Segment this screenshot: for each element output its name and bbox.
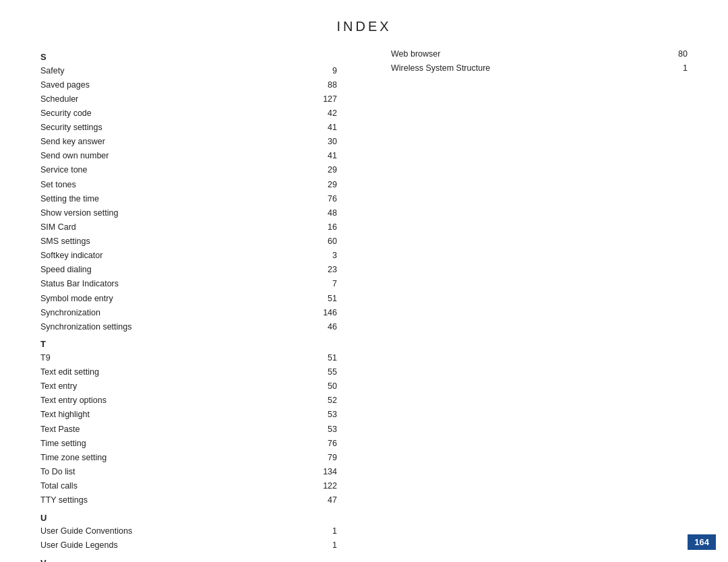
entry-name: Send own number — [40, 150, 303, 162]
entry-page: 76 — [303, 437, 337, 449]
column-1: Web browser80Wireless System Structure1 — [391, 46, 688, 562]
index-entry: Show version setting48 — [40, 206, 337, 220]
entry-name: Time setting — [40, 437, 303, 449]
section-letter-v: V — [40, 558, 337, 562]
entry-name: Wireless System Structure — [391, 62, 654, 74]
entry-name: Show version setting — [40, 207, 303, 219]
index-entry: Text highlight53 — [40, 408, 337, 422]
index-entry: Time setting76 — [40, 436, 337, 450]
entry-name: Safety — [40, 65, 303, 77]
entry-page: 7 — [303, 278, 337, 290]
entry-name: SMS settings — [40, 235, 303, 247]
index-entry: Security code42 — [40, 106, 337, 120]
index-entry: SIM Card16 — [40, 220, 337, 234]
index-entry: Text entry50 — [40, 379, 337, 394]
entry-name: Text entry — [40, 380, 303, 392]
index-entry: Text Paste53 — [40, 422, 337, 436]
entry-name: Text edit setting — [40, 366, 303, 378]
index-entry: Send key answer30 — [40, 135, 337, 149]
entry-page: 127 — [303, 93, 337, 105]
entry-page: 9 — [303, 65, 337, 77]
entry-page: 55 — [303, 366, 337, 378]
entry-name: Saved pages — [40, 79, 303, 91]
entry-name: To Do list — [40, 466, 303, 478]
entry-name: Service tone — [40, 164, 303, 176]
entry-page: 51 — [303, 292, 337, 305]
entry-page: 52 — [303, 394, 337, 406]
index-entry: To Do list134 — [40, 464, 337, 478]
entry-page: 46 — [303, 321, 337, 333]
entry-page: 29 — [303, 164, 337, 176]
index-entry: Synchronization settings46 — [40, 319, 337, 334]
index-entry: Status Bar Indicators7 — [40, 277, 337, 291]
entry-page: 146 — [303, 307, 337, 319]
entry-name: Time zone setting — [40, 451, 303, 464]
entry-page: 30 — [303, 135, 337, 148]
entry-name: Setting the time — [40, 193, 303, 205]
entry-name: Symbol mode entry — [40, 292, 303, 305]
entry-page: 3 — [303, 249, 337, 261]
page-title: INDEX — [0, 0, 728, 46]
entry-page: 1 — [303, 525, 337, 537]
entry-name: User Guide Conventions — [40, 525, 303, 537]
index-entry: Synchronization146 — [40, 305, 337, 319]
entry-name: Text highlight — [40, 408, 303, 420]
entry-page: 48 — [303, 207, 337, 219]
entry-page: 50 — [303, 380, 337, 392]
entry-name: SIM Card — [40, 221, 303, 233]
index-entry: Web browser80 — [391, 46, 688, 61]
entry-page: 88 — [303, 79, 337, 91]
section-letter-u: U — [40, 513, 337, 523]
index-entry: Saved pages88 — [40, 77, 337, 92]
entry-page: 41 — [303, 150, 337, 162]
entry-name: Security settings — [40, 121, 303, 133]
column-0: SSafety9Saved pages88Scheduler127Securit… — [40, 46, 337, 562]
entry-name: Status Bar Indicators — [40, 278, 303, 290]
index-entry: Total calls122 — [40, 479, 337, 493]
entry-name: Text entry options — [40, 394, 303, 406]
entry-page: 60 — [303, 235, 337, 247]
entry-name: Total calls — [40, 480, 303, 492]
entry-name: Softkey indicator — [40, 249, 303, 261]
entry-page: 122 — [303, 480, 337, 492]
index-entry: Text edit setting55 — [40, 365, 337, 379]
entry-name: Send key answer — [40, 135, 303, 148]
section-letter-s: S — [40, 52, 337, 62]
index-entry: Safety9 — [40, 63, 337, 77]
entry-page: 29 — [303, 179, 337, 191]
page-number-badge: 164 — [688, 534, 716, 550]
entry-page: 23 — [303, 263, 337, 276]
index-entry: Time zone setting79 — [40, 450, 337, 464]
index-entry: Speed dialing23 — [40, 263, 337, 277]
entry-page: 42 — [303, 107, 337, 119]
entry-page: 47 — [303, 494, 337, 506]
entry-name: Web browser — [391, 48, 654, 60]
entry-page: 41 — [303, 121, 337, 133]
entry-page: 80 — [654, 48, 688, 60]
index-entry: Service tone29 — [40, 163, 337, 177]
entry-page: 53 — [303, 408, 337, 420]
entry-page: 79 — [303, 451, 337, 464]
entry-name: TTY settings — [40, 494, 303, 506]
index-entry: Set tones29 — [40, 177, 337, 191]
index-entry: Send own number41 — [40, 149, 337, 163]
index-entry: Wireless System Structure1 — [391, 61, 688, 75]
index-entry: SMS settings60 — [40, 235, 337, 249]
entry-page: 16 — [303, 221, 337, 233]
index-entry: Setting the time76 — [40, 191, 337, 206]
index-entry: T951 — [40, 350, 337, 365]
entry-name: User Guide Legends — [40, 539, 303, 551]
entry-name: Set tones — [40, 179, 303, 191]
index-entry: Softkey indicator3 — [40, 249, 337, 263]
index-entry: TTY settings47 — [40, 493, 337, 507]
index-entry: Symbol mode entry51 — [40, 291, 337, 305]
entry-name: Speed dialing — [40, 263, 303, 276]
entry-page: 51 — [303, 352, 337, 364]
index-entry: User Guide Conventions1 — [40, 524, 337, 538]
index-entry: User Guide Legends1 — [40, 538, 337, 553]
entry-page: 134 — [303, 466, 337, 478]
entry-page: 1 — [654, 62, 688, 74]
entry-name: Synchronization — [40, 307, 303, 319]
section-letter-t: T — [40, 339, 337, 349]
entry-name: T9 — [40, 352, 303, 364]
